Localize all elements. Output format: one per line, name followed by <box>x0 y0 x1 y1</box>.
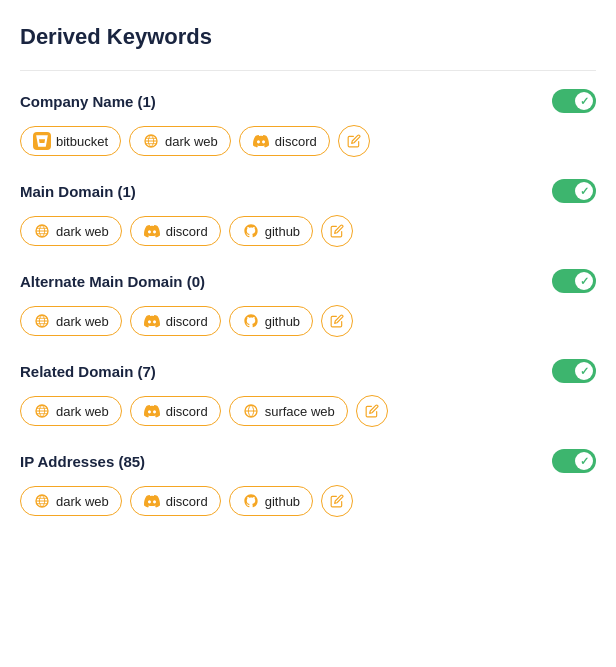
tag-label-discord-1: discord <box>275 134 317 149</box>
tag-label-bitbucket: bitbucket <box>56 134 108 149</box>
section-related-domain: Related Domain (7) ✓ dark web discord su… <box>20 359 596 427</box>
toggle-track: ✓ <box>552 449 596 473</box>
tag-github-2[interactable]: github <box>229 306 313 336</box>
tags-ip-addresses: dark web discord github <box>20 485 596 517</box>
section-title-main-domain: Main Domain (1) <box>20 183 136 200</box>
section-header-ip-addresses: IP Addresses (85) ✓ <box>20 449 596 473</box>
edit-icon <box>365 404 379 418</box>
divider <box>20 70 596 71</box>
toggle-check-icon: ✓ <box>580 366 589 377</box>
tag-github-1[interactable]: github <box>229 216 313 246</box>
edit-button-ip-addresses[interactable] <box>321 485 353 517</box>
toggle-check-icon: ✓ <box>580 276 589 287</box>
section-header-company-name: Company Name (1) ✓ <box>20 89 596 113</box>
edit-button-company-name[interactable] <box>338 125 370 157</box>
edit-icon <box>330 224 344 238</box>
toggle-related-domain[interactable]: ✓ <box>552 359 596 383</box>
discord-icon <box>143 222 161 240</box>
section-title-company-name: Company Name (1) <box>20 93 156 110</box>
section-alternate-main-domain: Alternate Main Domain (0) ✓ dark web dis… <box>20 269 596 337</box>
darkweb-icon <box>33 492 51 510</box>
discord-icon <box>143 312 161 330</box>
tag-label-discord-4: discord <box>166 404 208 419</box>
section-main-domain: Main Domain (1) ✓ dark web discord githu… <box>20 179 596 247</box>
toggle-check-icon: ✓ <box>580 456 589 467</box>
tag-bitbucket[interactable]: bitbucket <box>20 126 121 156</box>
darkweb-icon <box>142 132 160 150</box>
page-title: Derived Keywords <box>20 24 596 50</box>
darkweb-icon <box>33 312 51 330</box>
edit-button-main-domain[interactable] <box>321 215 353 247</box>
tag-label-dark-web-1: dark web <box>165 134 218 149</box>
github-icon <box>242 492 260 510</box>
discord-icon <box>143 492 161 510</box>
edit-icon <box>347 134 361 148</box>
toggle-track: ✓ <box>552 269 596 293</box>
tag-discord-4[interactable]: discord <box>130 396 221 426</box>
tag-discord-1[interactable]: discord <box>239 126 330 156</box>
tag-label-discord-5: discord <box>166 494 208 509</box>
tag-label-github-2: github <box>265 314 300 329</box>
edit-button-related-domain[interactable] <box>356 395 388 427</box>
section-header-alternate-main-domain: Alternate Main Domain (0) ✓ <box>20 269 596 293</box>
bitbucket-icon <box>33 132 51 150</box>
toggle-knob: ✓ <box>575 272 593 290</box>
toggle-main-domain[interactable]: ✓ <box>552 179 596 203</box>
tags-company-name: bitbucket dark web discord <box>20 125 596 157</box>
darkweb-icon <box>33 222 51 240</box>
tag-label-dark-web-2: dark web <box>56 224 109 239</box>
tag-github-3[interactable]: github <box>229 486 313 516</box>
tag-dark-web-1[interactable]: dark web <box>129 126 231 156</box>
section-company-name: Company Name (1) ✓ bitbucket dark web di… <box>20 89 596 157</box>
sections-container: Company Name (1) ✓ bitbucket dark web di… <box>20 89 596 517</box>
github-icon <box>242 312 260 330</box>
tag-dark-web-3[interactable]: dark web <box>20 306 122 336</box>
darkweb-icon <box>33 402 51 420</box>
tag-label-surface-web-1: surface web <box>265 404 335 419</box>
tag-label-github-1: github <box>265 224 300 239</box>
toggle-knob: ✓ <box>575 92 593 110</box>
toggle-knob: ✓ <box>575 452 593 470</box>
tag-surface-web-1[interactable]: surface web <box>229 396 348 426</box>
toggle-alternate-main-domain[interactable]: ✓ <box>552 269 596 293</box>
tag-label-dark-web-3: dark web <box>56 314 109 329</box>
discord-icon <box>143 402 161 420</box>
tag-label-dark-web-4: dark web <box>56 404 109 419</box>
tag-dark-web-5[interactable]: dark web <box>20 486 122 516</box>
tag-label-dark-web-5: dark web <box>56 494 109 509</box>
globe-icon <box>242 402 260 420</box>
toggle-knob: ✓ <box>575 182 593 200</box>
section-ip-addresses: IP Addresses (85) ✓ dark web discord git… <box>20 449 596 517</box>
tag-dark-web-2[interactable]: dark web <box>20 216 122 246</box>
toggle-knob: ✓ <box>575 362 593 380</box>
tag-discord-2[interactable]: discord <box>130 216 221 246</box>
tag-discord-3[interactable]: discord <box>130 306 221 336</box>
edit-icon <box>330 314 344 328</box>
tag-label-github-3: github <box>265 494 300 509</box>
toggle-check-icon: ✓ <box>580 96 589 107</box>
edit-icon <box>330 494 344 508</box>
edit-button-alternate-main-domain[interactable] <box>321 305 353 337</box>
discord-icon <box>252 132 270 150</box>
tag-discord-5[interactable]: discord <box>130 486 221 516</box>
section-header-main-domain: Main Domain (1) ✓ <box>20 179 596 203</box>
section-title-alternate-main-domain: Alternate Main Domain (0) <box>20 273 205 290</box>
tag-label-discord-3: discord <box>166 314 208 329</box>
section-header-related-domain: Related Domain (7) ✓ <box>20 359 596 383</box>
toggle-company-name[interactable]: ✓ <box>552 89 596 113</box>
section-title-related-domain: Related Domain (7) <box>20 363 156 380</box>
github-icon <box>242 222 260 240</box>
section-title-ip-addresses: IP Addresses (85) <box>20 453 145 470</box>
tags-alternate-main-domain: dark web discord github <box>20 305 596 337</box>
toggle-track: ✓ <box>552 179 596 203</box>
toggle-check-icon: ✓ <box>580 186 589 197</box>
toggle-ip-addresses[interactable]: ✓ <box>552 449 596 473</box>
tags-main-domain: dark web discord github <box>20 215 596 247</box>
toggle-track: ✓ <box>552 89 596 113</box>
tag-dark-web-4[interactable]: dark web <box>20 396 122 426</box>
tags-related-domain: dark web discord surface web <box>20 395 596 427</box>
tag-label-discord-2: discord <box>166 224 208 239</box>
toggle-track: ✓ <box>552 359 596 383</box>
